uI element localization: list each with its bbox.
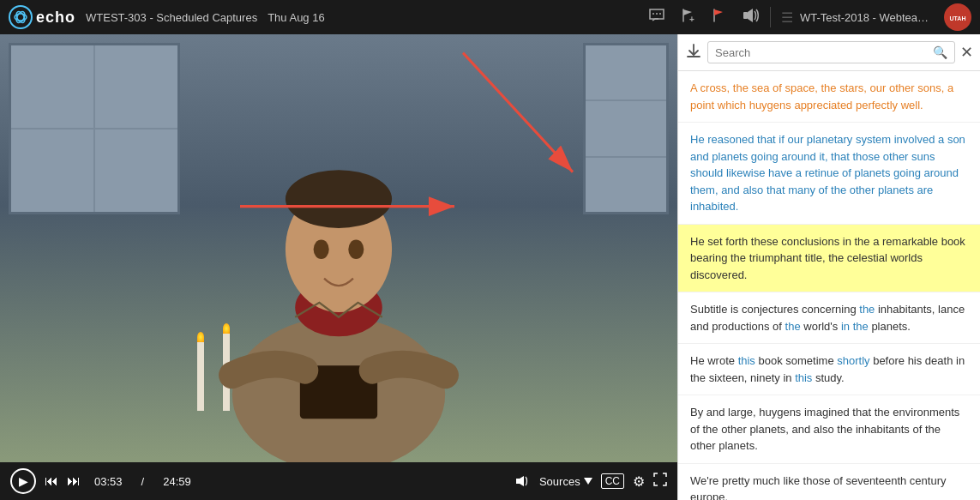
- volume-button[interactable]: [515, 474, 531, 488]
- topbar: echo WTEST-303 - Scheduled Captures Thu …: [0, 0, 980, 34]
- download-icon[interactable]: [685, 42, 702, 63]
- svg-rect-7: [743, 12, 748, 19]
- topbar-action-icons: +: [648, 8, 760, 27]
- video-panel: ▶ ⏮ ⏭ 03:53 / 24:59 Sources: [0, 34, 677, 500]
- svg-point-15: [348, 239, 364, 259]
- svg-point-4: [656, 13, 658, 15]
- video-window-right: [583, 43, 669, 214]
- svg-point-13: [286, 170, 392, 228]
- main-area: ▶ ⏮ ⏭ 03:53 / 24:59 Sources: [0, 34, 980, 500]
- time-separator: /: [141, 475, 145, 488]
- svg-point-14: [314, 239, 329, 259]
- play-button[interactable]: ▶: [10, 468, 36, 494]
- university-icon[interactable]: UTAH: [944, 3, 971, 31]
- svg-point-5: [659, 13, 661, 15]
- svg-text:+: +: [689, 15, 694, 23]
- flag-plus-icon[interactable]: +: [681, 8, 696, 27]
- video-area[interactable]: [0, 34, 677, 462]
- speaker-icon[interactable]: [743, 8, 760, 27]
- settings-button[interactable]: ⚙: [633, 473, 645, 490]
- transcript-block[interactable]: A cross, the sea of space, the stars, ou…: [678, 71, 980, 123]
- right-panel: 🔍 ✕ A cross, the sea of space, the stars…: [677, 34, 980, 500]
- transcript-block[interactable]: He reasoned that if our planetary system…: [678, 123, 980, 225]
- echo-wordmark: echo: [36, 9, 75, 27]
- chat-icon[interactable]: [648, 8, 665, 27]
- transcript-block[interactable]: Subtitle is conjectures concerning the i…: [678, 292, 980, 344]
- recording-date: Thu Aug 16: [268, 11, 325, 24]
- transcript-block[interactable]: He set forth these conclusions in the a …: [678, 225, 980, 293]
- fullscreen-button[interactable]: [653, 473, 667, 490]
- transcript-block[interactable]: He wrote this book sometime shortly befo…: [678, 344, 980, 395]
- topbar-right: ☰ WT-Test-2018 - Webteam T... UTAH: [781, 3, 971, 31]
- echo-logo[interactable]: echo: [9, 5, 75, 29]
- right-panel-header: 🔍 ✕: [678, 34, 980, 71]
- rewind-button[interactable]: ⏮: [45, 473, 58, 489]
- search-input[interactable]: [715, 46, 928, 59]
- echo-logo-icon: [9, 5, 33, 29]
- svg-point-3: [652, 13, 654, 15]
- video-window-left: [9, 43, 180, 214]
- transcript-block[interactable]: We're pretty much like those of seventee…: [678, 464, 980, 501]
- flag-icon[interactable]: [712, 8, 727, 27]
- sources-label: Sources: [539, 475, 580, 488]
- transcript-block[interactable]: By and large, huygens imagined that the …: [678, 395, 980, 464]
- course-title: WT-Test-2018 - Webteam T...: [800, 11, 937, 24]
- sources-button[interactable]: Sources: [539, 475, 592, 488]
- current-time: 03:53: [94, 475, 123, 488]
- search-container: 🔍: [707, 41, 955, 63]
- fastforward-button[interactable]: ⏭: [67, 473, 81, 489]
- close-icon[interactable]: ✕: [960, 43, 973, 62]
- video-frame: [0, 34, 677, 462]
- controls-bar: ▶ ⏮ ⏭ 03:53 / 24:59 Sources: [0, 462, 677, 500]
- transcript-area[interactable]: A cross, the sea of space, the stars, ou…: [678, 71, 980, 500]
- svg-text:UTAH: UTAH: [950, 15, 966, 21]
- recording-title: WTEST-303 - Scheduled Captures: [86, 11, 257, 24]
- total-time: 24:59: [163, 475, 191, 488]
- list-menu-icon[interactable]: ☰: [781, 9, 793, 26]
- search-icon[interactable]: 🔍: [933, 45, 947, 59]
- person-silhouette: [176, 56, 502, 462]
- cc-button[interactable]: CC: [601, 473, 624, 489]
